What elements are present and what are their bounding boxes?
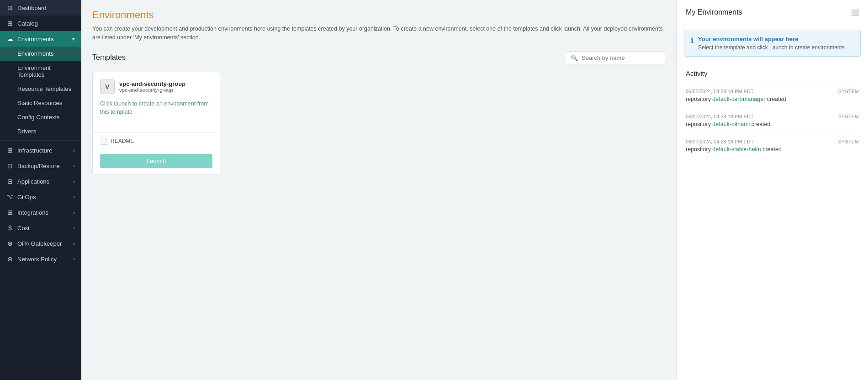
dashboard-icon: ⊞ — [6, 4, 14, 11]
sidebar-item-applications[interactable]: ⊟ Applications › — [0, 174, 81, 189]
env-info-sub: Select the template and click Launch to … — [698, 44, 845, 51]
expand-icon[interactable]: ⬜ — [851, 9, 859, 16]
my-environments-title: My Environments — [686, 8, 742, 16]
sidebar-sub-resource-templates[interactable]: Resource Templates — [0, 82, 81, 96]
env-info-title: Your environments will appear here — [698, 36, 845, 42]
sidebar-item-gitops[interactable]: ⌥ GitOps › — [0, 189, 81, 205]
search-box[interactable]: 🔍 — [565, 51, 665, 64]
my-environments-header: My Environments ⬜ — [677, 0, 868, 23]
info-icon: ℹ — [691, 36, 693, 51]
activity-actor-1: SYSTEM — [838, 114, 859, 119]
activity-meta-0: 06/07/2024, 04:28:18 PM EDT SYSTEM — [686, 89, 859, 94]
backup-icon: ⊡ — [6, 162, 14, 169]
network-icon: ⊕ — [6, 255, 14, 263]
cost-icon: $ — [6, 224, 14, 232]
card-avatar: V — [100, 79, 115, 94]
center-panel: Environments You can create your develop… — [81, 0, 676, 380]
activity-item-1: 06/07/2024, 04:28:18 PM EDT SYSTEM repos… — [686, 108, 859, 133]
activity-msg-0: repository default-cert-manager created — [686, 96, 859, 102]
sidebar: ⊞ Dashboard ⊞ Catalog ☁ Environments ▾ E… — [0, 0, 81, 380]
activity-section: Activity 06/07/2024, 04:28:18 PM EDT SYS… — [677, 63, 868, 162]
activity-actor-0: SYSTEM — [838, 89, 859, 94]
sidebar-item-label: Catalog — [17, 20, 75, 27]
sidebar-sub-config-contexts[interactable]: Config Contexts — [0, 110, 81, 124]
sidebar-item-integrations[interactable]: ⊞ Integrations › — [0, 205, 81, 220]
activity-meta-1: 06/07/2024, 04:28:18 PM EDT SYSTEM — [686, 114, 859, 119]
activity-actor-2: SYSTEM — [838, 139, 859, 144]
chevron-right-icon: › — [73, 210, 75, 215]
sidebar-item-environments[interactable]: ☁ Environments ▾ — [0, 31, 81, 47]
gitops-icon: ⌥ — [6, 193, 14, 201]
main-content: Environments You can create your develop… — [81, 0, 868, 380]
activity-meta-2: 06/07/2024, 04:28:18 PM EDT SYSTEM — [686, 139, 859, 144]
applications-icon: ⊟ — [6, 178, 14, 185]
template-card: V vpc-and-security-group vpc-and-securit… — [92, 72, 220, 175]
catalog-icon: ⊞ — [6, 20, 14, 27]
integrations-icon: ⊞ — [6, 209, 14, 216]
sidebar-sub-environments[interactable]: Environments — [0, 47, 81, 61]
card-description: Click launch to create an environment fr… — [100, 100, 212, 127]
chevron-down-icon: ▾ — [72, 36, 75, 42]
activity-title: Activity — [686, 69, 859, 77]
sidebar-sub-static-resources[interactable]: Static Resources — [0, 96, 81, 110]
launch-button[interactable]: Launch — [100, 154, 212, 168]
right-panel: My Environments ⬜ ℹ Your environments wi… — [676, 0, 868, 380]
sidebar-item-backup-restore[interactable]: ⊡ Backup/Restore › — [0, 158, 81, 174]
activity-highlight-2: default-stable-helm — [712, 146, 761, 153]
readme-icon: 📄 — [100, 137, 108, 145]
sidebar-item-label: Environments — [17, 36, 69, 42]
activity-highlight-1: default-bitnami — [712, 121, 750, 127]
sidebar-sub-environment-templates[interactable]: Environment Templates — [0, 61, 81, 82]
templates-header: Templates 🔍 — [92, 51, 665, 64]
activity-highlight-0: default-cert-manager — [712, 96, 765, 102]
activity-item-0: 06/07/2024, 04:28:18 PM EDT SYSTEM repos… — [686, 83, 859, 108]
env-info-content: Your environments will appear here Selec… — [698, 36, 845, 51]
sidebar-divider — [0, 140, 81, 141]
chevron-right-icon: › — [73, 163, 75, 169]
readme-label: README — [111, 138, 134, 144]
activity-item-2: 06/07/2024, 04:28:18 PM EDT SYSTEM repos… — [686, 133, 859, 158]
card-name: vpc-and-security-group — [119, 80, 185, 87]
sidebar-item-infrastructure[interactable]: ⊞ Infrastructure › — [0, 142, 81, 158]
page-description: You can create your development and prod… — [92, 25, 665, 42]
activity-timestamp-2: 06/07/2024, 04:28:18 PM EDT — [686, 139, 754, 144]
card-top: V vpc-and-security-group vpc-and-securit… — [93, 72, 220, 132]
env-info-box: ℹ Your environments will appear here Sel… — [684, 30, 861, 57]
sidebar-item-catalog[interactable]: ⊞ Catalog — [0, 16, 81, 31]
sidebar-sub-drivers[interactable]: Drivers — [0, 124, 81, 138]
sidebar-item-dashboard[interactable]: ⊞ Dashboard — [0, 0, 81, 16]
card-name-block: vpc-and-security-group vpc-and-security-… — [119, 80, 185, 93]
sidebar-item-network-policy[interactable]: ⊕ Network Policy › — [0, 251, 81, 267]
chevron-right-icon: › — [73, 194, 75, 200]
chevron-right-icon: › — [73, 225, 75, 231]
page-title: Environments — [92, 9, 665, 21]
sidebar-item-label: Dashboard — [17, 5, 75, 11]
search-icon: 🔍 — [571, 54, 578, 61]
sidebar-item-cost[interactable]: $ Cost › — [0, 220, 81, 236]
chevron-right-icon: › — [73, 256, 75, 262]
infrastructure-icon: ⊞ — [6, 147, 14, 154]
environments-icon: ☁ — [6, 35, 14, 42]
activity-timestamp-0: 06/07/2024, 04:28:18 PM EDT — [686, 89, 754, 94]
activity-msg-2: repository default-stable-helm created — [686, 146, 859, 153]
templates-section-title: Templates — [92, 53, 126, 62]
activity-timestamp-1: 06/07/2024, 04:28:18 PM EDT — [686, 114, 754, 119]
readme-row[interactable]: 📄 README — [93, 132, 220, 149]
card-sub: vpc-and-security-group — [119, 87, 185, 93]
activity-msg-1: repository default-bitnami created — [686, 121, 859, 127]
chevron-right-icon: › — [73, 179, 75, 184]
opa-icon: ⊕ — [6, 240, 14, 247]
chevron-right-icon: › — [73, 148, 75, 153]
chevron-right-icon: › — [73, 241, 75, 246]
sidebar-item-opa-gatekeeper[interactable]: ⊕ OPA Gatekeeper › — [0, 236, 81, 251]
card-name-row: V vpc-and-security-group vpc-and-securit… — [100, 79, 212, 94]
content-area: Environments You can create your develop… — [81, 0, 868, 380]
search-input[interactable] — [582, 54, 659, 61]
